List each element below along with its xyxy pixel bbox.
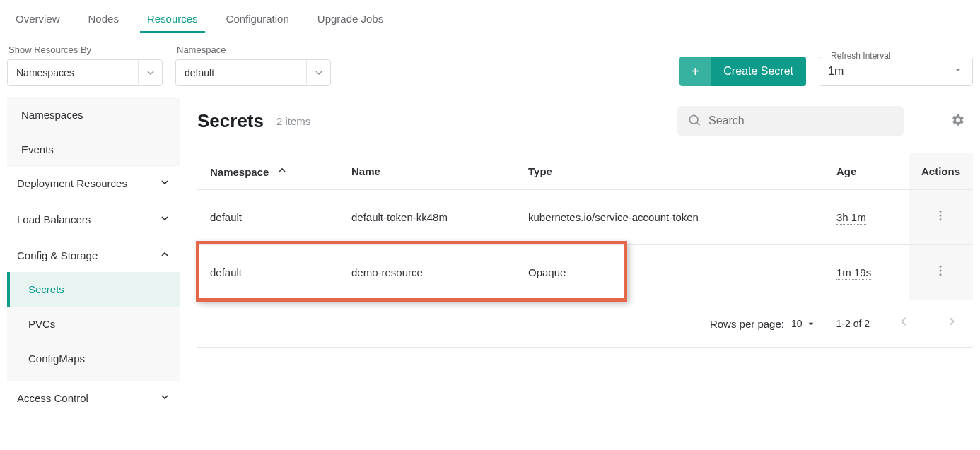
chevron-down-icon: [159, 391, 170, 405]
svg-point-3: [940, 215, 942, 217]
namespace-label: Namespace: [175, 45, 331, 55]
table-row[interactable]: default demo-resource Opaque 1m 19s: [197, 245, 973, 300]
col-actions: Actions: [909, 153, 973, 190]
cell-name: demo-resource: [339, 245, 515, 300]
main-content: Secrets 2 items Namespace: [197, 97, 973, 348]
chevron-down-icon: [159, 213, 170, 226]
svg-point-7: [940, 273, 942, 276]
chevron-down-icon: [138, 60, 162, 85]
sidebar-group-label: Access Control: [17, 392, 88, 404]
svg-point-5: [940, 266, 942, 268]
refresh-interval-legend: Refresh Interval: [827, 51, 895, 61]
namespace-group: Namespace default: [175, 45, 331, 86]
items-count: 2 items: [276, 115, 310, 127]
tab-upgrade-jobs[interactable]: Upgrade Jobs: [316, 7, 385, 33]
settings-button[interactable]: [943, 106, 973, 136]
chevron-up-icon: [159, 249, 170, 262]
sidebar-group-config-storage[interactable]: Config & Storage: [7, 239, 180, 272]
filter-bar: Show Resources By Namespaces Namespace d…: [0, 33, 980, 86]
row-menu-button[interactable]: [933, 265, 947, 280]
sidebar-group-deployment-resources[interactable]: Deployment Resources: [7, 167, 180, 200]
cell-age: 3h 1m: [824, 190, 909, 245]
sidebar-group-label: Config & Storage: [17, 249, 98, 261]
plus-icon: +: [679, 57, 711, 86]
search-input[interactable]: [708, 114, 894, 127]
sidebar-group-label: Load Balancers: [17, 213, 91, 225]
chevron-down-icon: [159, 177, 170, 190]
tab-resources[interactable]: Resources: [146, 7, 199, 33]
top-tabs: Overview Nodes Resources Configuration U…: [0, 0, 980, 33]
show-resources-by-select[interactable]: Namespaces: [7, 59, 163, 86]
tab-configuration[interactable]: Configuration: [225, 7, 291, 33]
cell-age: 1m 19s: [824, 245, 909, 300]
chevron-down-icon: [306, 60, 330, 85]
col-namespace[interactable]: Namespace: [197, 153, 339, 190]
show-resources-by-group: Show Resources By Namespaces: [7, 45, 163, 86]
col-age[interactable]: Age: [824, 153, 909, 190]
row-menu-button[interactable]: [933, 210, 947, 225]
namespace-value: default: [185, 67, 214, 78]
table-wrap: Namespace Name Type Age Actions default …: [197, 153, 973, 300]
rows-per-page-select[interactable]: 10: [791, 318, 817, 329]
refresh-interval-value: 1m: [828, 65, 844, 78]
search-icon: [687, 113, 701, 129]
dropdown-icon: [952, 64, 964, 78]
sidebar-item-secrets[interactable]: Secrets: [7, 272, 180, 307]
create-secret-label: Create Secret: [711, 57, 806, 86]
sidebar: Namespaces Events Deployment Resources L…: [7, 97, 180, 415]
search-box[interactable]: [677, 106, 904, 136]
svg-line-1: [697, 122, 700, 125]
cell-type: Opaque: [515, 245, 824, 300]
show-resources-by-value: Namespaces: [16, 67, 74, 78]
cell-type: kubernetes.io/service-account-token: [515, 190, 824, 245]
secrets-table: Namespace Name Type Age Actions default …: [197, 153, 973, 300]
cell-name: default-token-kk48m: [339, 190, 515, 245]
sidebar-item-namespaces[interactable]: Namespaces: [7, 97, 180, 132]
svg-point-6: [940, 270, 942, 272]
show-resources-by-label: Show Resources By: [7, 45, 163, 55]
gear-icon: [951, 113, 965, 129]
cell-actions: [909, 190, 973, 245]
sidebar-item-configmaps[interactable]: ConfigMaps: [7, 341, 180, 376]
svg-point-4: [940, 218, 942, 220]
namespace-select[interactable]: default: [175, 59, 331, 86]
sidebar-item-events[interactable]: Events: [7, 132, 180, 167]
refresh-interval-select[interactable]: Refresh Interval 1m: [819, 57, 973, 86]
svg-point-0: [689, 115, 698, 124]
col-type[interactable]: Type: [515, 153, 824, 190]
cell-namespace: default: [197, 190, 339, 245]
pagination: Rows per page: 10 1-2 of 2: [197, 300, 973, 348]
rows-per-page-label: Rows per page:: [710, 318, 784, 330]
svg-point-2: [940, 211, 942, 213]
col-name[interactable]: Name: [339, 153, 515, 190]
cell-actions: [909, 245, 973, 300]
sidebar-group-load-balancers[interactable]: Load Balancers: [7, 203, 180, 236]
table-row[interactable]: default default-token-kk48m kubernetes.i…: [197, 190, 973, 245]
page-next-button[interactable]: [938, 314, 966, 333]
sidebar-item-pvcs[interactable]: PVCs: [7, 307, 180, 341]
page-range: 1-2 of 2: [836, 318, 870, 329]
sidebar-group-label: Deployment Resources: [17, 177, 127, 189]
cell-namespace: default: [197, 245, 339, 300]
page-title: Secrets: [197, 110, 264, 132]
tab-overview[interactable]: Overview: [14, 7, 62, 33]
sidebar-group-access-control[interactable]: Access Control: [7, 381, 180, 415]
page-prev-button[interactable]: [889, 314, 918, 333]
tab-nodes[interactable]: Nodes: [87, 7, 120, 33]
sort-asc-icon: [276, 167, 288, 178]
create-secret-button[interactable]: + Create Secret: [679, 57, 806, 86]
